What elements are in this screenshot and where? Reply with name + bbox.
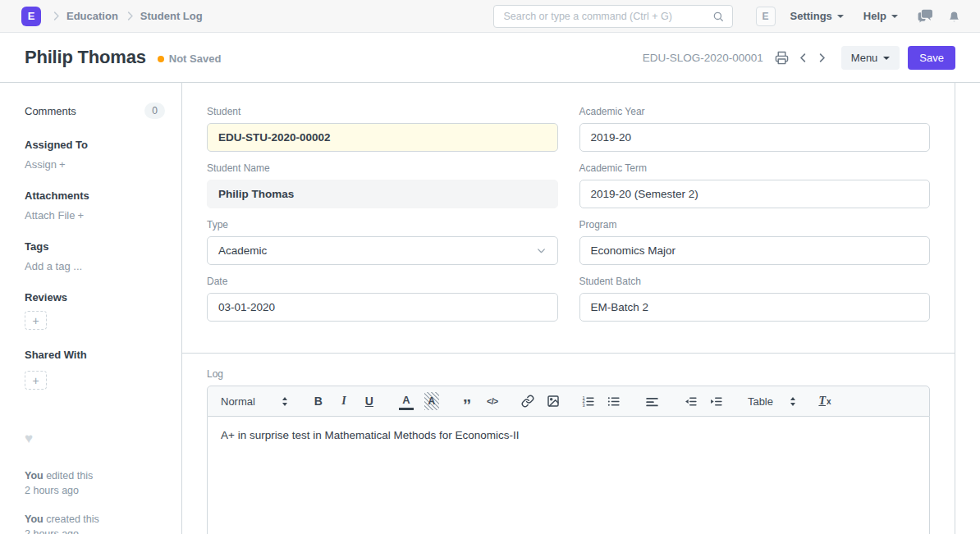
field-label: Student Batch [579, 276, 931, 287]
table-dropdown[interactable]: Table [748, 395, 773, 408]
prev-record-icon[interactable] [797, 52, 809, 64]
academic-year-value: 2019-20 [591, 131, 632, 144]
table-updown-icon[interactable] [790, 397, 795, 406]
background-color-icon[interactable]: A [424, 392, 439, 410]
assign-label: Assign [25, 158, 57, 171]
comments-row[interactable]: Comments 0 [25, 103, 165, 119]
type-select[interactable]: Academic [207, 236, 558, 265]
style-updown-icon[interactable] [282, 397, 287, 406]
bullet-list-icon[interactable] [607, 392, 621, 410]
add-review-button[interactable]: + [25, 311, 47, 330]
save-button[interactable]: Save [908, 46, 955, 70]
academic-term-input[interactable]: 2019-20 (Semester 2) [579, 180, 931, 208]
field-label: Date [207, 276, 558, 287]
field-label: Type [207, 219, 558, 230]
status-dot-icon [158, 56, 164, 62]
assign-action[interactable]: Assign+ [25, 158, 165, 171]
student-name-readonly: Philip Thomas [207, 180, 558, 208]
student-value: EDU-STU-2020-00002 [218, 131, 331, 144]
like-heart-icon[interactable]: ♥ [25, 431, 41, 447]
image-icon[interactable] [546, 392, 561, 410]
link-icon[interactable] [520, 392, 535, 410]
indent-icon[interactable] [709, 392, 724, 410]
reviews-title: Reviews [25, 291, 165, 304]
clear-format-icon[interactable]: Tx [817, 392, 832, 410]
student-name-value: Philip Thomas [218, 188, 294, 200]
log-editor[interactable]: A+ in surprise test in Mathematical Meth… [207, 417, 930, 534]
menu-button[interactable]: Menu [841, 46, 900, 70]
program-input[interactable]: Economics Major [579, 236, 931, 265]
blockquote-icon[interactable]: ” [460, 396, 474, 414]
chat-icon[interactable] [918, 9, 933, 23]
notifications-bell-icon[interactable] [948, 10, 960, 23]
svg-text:3: 3 [583, 402, 585, 407]
search-input[interactable] [502, 10, 708, 23]
form-body: Student EDU-STU-2020-00002 Academic Year… [182, 83, 955, 534]
attach-file-label: Attach File [25, 209, 75, 221]
breadcrumb-chevron-icon [50, 10, 62, 22]
type-value: Academic [218, 244, 267, 257]
user-avatar[interactable]: E [756, 7, 776, 26]
save-button-label: Save [919, 52, 944, 64]
bold-icon[interactable]: B [311, 392, 326, 410]
shared-with-section: Shared With + [25, 349, 165, 390]
log-content: A+ in surprise test in Mathematical Meth… [221, 429, 520, 441]
attachments-section: Attachments Attach File+ [25, 189, 165, 221]
breadcrumb-education[interactable]: Education [66, 10, 118, 22]
document-id: EDU-SLOG-2020-00001 [643, 52, 763, 64]
italic-icon[interactable]: I [337, 392, 351, 410]
plus-icon: + [59, 158, 66, 171]
outdent-icon[interactable] [684, 392, 698, 410]
plus-icon: + [32, 314, 39, 327]
status-label: Not Saved [169, 52, 222, 65]
field-academic-year: Academic Year 2019-20 [579, 106, 931, 152]
page-title: Philip Thomas [25, 47, 146, 68]
underline-icon[interactable]: U [362, 392, 377, 410]
field-student: Student EDU-STU-2020-00002 [207, 106, 558, 152]
paragraph-style-dropdown[interactable]: Normal [221, 395, 255, 408]
add-tag-action[interactable]: Add a tag ... [25, 260, 165, 272]
help-menu[interactable]: Help [863, 10, 898, 22]
plus-icon: + [32, 374, 39, 387]
activity-entry: You edited this 2 hours ago [25, 468, 165, 498]
app-logo[interactable]: E [21, 7, 41, 26]
print-icon[interactable] [775, 51, 789, 65]
caret-down-icon [883, 57, 890, 60]
font-color-icon[interactable]: A [399, 392, 414, 410]
tags-title: Tags [25, 240, 165, 253]
add-share-button[interactable]: + [25, 371, 47, 390]
global-search[interactable] [493, 5, 733, 28]
academic-term-value: 2019-20 (Semester 2) [591, 188, 698, 200]
editor-toolbar: Normal B I U A A ” </> [207, 386, 930, 417]
activity-time: 2 hours ago [25, 485, 79, 496]
reviews-section: Reviews + [25, 291, 165, 330]
settings-menu[interactable]: Settings [790, 10, 844, 22]
field-label: Academic Year [579, 106, 931, 117]
align-icon[interactable] [645, 392, 660, 410]
activity-time: 2 hours ago [25, 528, 79, 534]
student-input[interactable]: EDU-STU-2020-00002 [207, 123, 558, 152]
comments-label: Comments [25, 105, 76, 117]
field-date: Date 03-01-2020 [207, 276, 558, 322]
student-batch-value: EM-Batch 2 [591, 301, 649, 313]
chevron-down-icon [536, 245, 547, 256]
code-icon[interactable]: </> [485, 392, 500, 410]
breadcrumb-student-log[interactable]: Student Log [140, 10, 203, 22]
attachments-title: Attachments [25, 189, 165, 202]
field-student-name: Student Name Philip Thomas [207, 162, 558, 208]
content-area: Comments 0 Assigned To Assign+ Attachmen… [0, 83, 980, 534]
header-actions: EDU-SLOG-2020-00001 Menu Save [643, 46, 955, 70]
program-value: Economics Major [591, 244, 676, 257]
app-logo-letter: E [28, 10, 35, 22]
next-record-icon[interactable] [816, 52, 828, 64]
caret-down-icon [891, 15, 898, 18]
field-label: Academic Term [579, 162, 931, 174]
student-batch-input[interactable]: EM-Batch 2 [579, 293, 931, 322]
navbar: E Education Student Log E Settings Help [0, 0, 980, 33]
attach-file-action[interactable]: Attach File+ [25, 209, 165, 221]
academic-year-input[interactable]: 2019-20 [579, 123, 931, 152]
ordered-list-icon[interactable]: 123 [581, 392, 596, 410]
activity-entry: You created this 2 hours ago [25, 512, 165, 534]
field-program: Program Economics Major [579, 219, 931, 265]
date-input[interactable]: 03-01-2020 [207, 293, 558, 322]
